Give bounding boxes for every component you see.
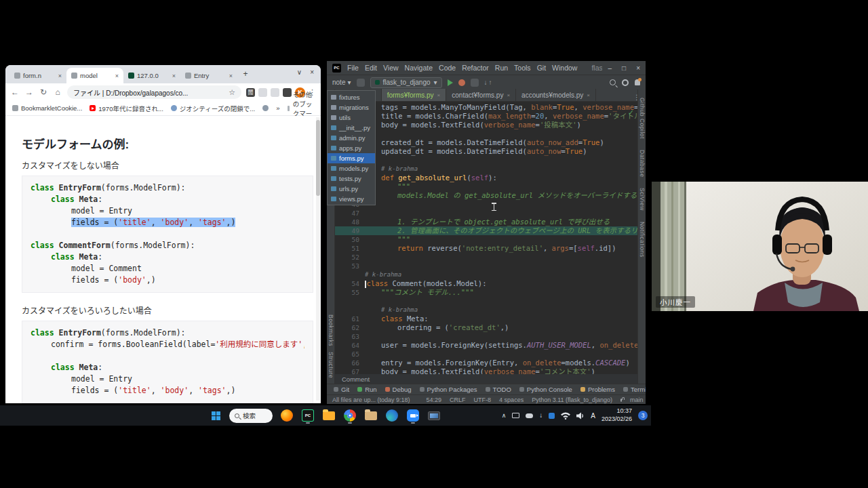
- run-config-select[interactable]: flask_to_django ▾: [370, 77, 442, 88]
- tab-close-icon[interactable]: ×: [115, 73, 119, 79]
- project-tree-item-models.py[interactable]: models.py: [328, 163, 375, 174]
- code-line[interactable]: 43def get_absolute_url(self):: [335, 174, 637, 182]
- taskbar-folder[interactable]: [363, 407, 378, 424]
- taskbar-search[interactable]: 検索: [229, 409, 273, 423]
- tab-close-icon[interactable]: ×: [437, 92, 441, 98]
- code-line[interactable]: 47: [335, 209, 637, 218]
- tray-app-icon[interactable]: [549, 413, 555, 419]
- tool-label-notifications[interactable]: Notifications: [639, 222, 646, 258]
- code-line[interactable]: # k-brahma: [335, 306, 637, 314]
- project-tree-item-urls.py[interactable]: urls.py: [328, 184, 375, 194]
- tool-tab-python-console[interactable]: Python Console: [519, 386, 572, 393]
- menu-run[interactable]: Run: [495, 64, 508, 72]
- browser-close-button[interactable]: ×: [310, 68, 314, 76]
- tool-label-copilot[interactable]: Github Copilot: [639, 98, 646, 139]
- code-line[interactable]: 62ordering = ('created_dt',): [335, 323, 637, 332]
- editor-tab-active[interactable]: forms¥forms.py ×: [382, 89, 447, 101]
- taskbar-chrome[interactable]: [342, 407, 357, 424]
- volume-icon[interactable]: [576, 412, 585, 420]
- file-encoding[interactable]: UTF-8: [474, 396, 492, 403]
- taskbar-clock[interactable]: 10:37 2023/02/26: [601, 407, 632, 423]
- taskbar-firefox[interactable]: [279, 407, 294, 424]
- code-line[interactable]: 41updated_dt = models.DateTimeField(auto…: [335, 147, 637, 156]
- code-line[interactable]: 44""": [335, 182, 637, 191]
- page-scrollbar[interactable]: [316, 117, 320, 401]
- inspection-ok-icon[interactable]: ✓: [628, 108, 634, 117]
- bookmarks-overflow-icon[interactable]: »: [276, 104, 279, 112]
- code-line[interactable]: 39: [335, 129, 637, 138]
- tab-close-icon[interactable]: ×: [58, 73, 62, 79]
- tray-display-icon[interactable]: [512, 413, 519, 418]
- menu-code[interactable]: Code: [439, 64, 456, 72]
- tab-close-icon[interactable]: ×: [507, 92, 510, 98]
- tool-tab-run[interactable]: Run: [357, 386, 376, 393]
- bookmark-item[interactable]: ジオシティーズの閉鎖で...: [171, 104, 255, 113]
- forward-icon[interactable]: →: [24, 87, 34, 97]
- tab-close-icon[interactable]: ×: [587, 92, 590, 98]
- menu-window[interactable]: Window: [552, 64, 577, 72]
- tool-tab-packages[interactable]: Python Packages: [420, 386, 477, 393]
- code-line[interactable]: 67body = models.TextField(verbose_name='…: [335, 367, 637, 374]
- git-sync-status[interactable]: All files are up... (today 9:18): [332, 396, 410, 403]
- project-tree-item-fixtures[interactable]: fixtures: [328, 92, 375, 102]
- tray-download-icon[interactable]: ↓: [539, 412, 542, 419]
- menu-navigate[interactable]: Navigate: [405, 64, 433, 72]
- search-everywhere-icon[interactable]: [610, 79, 616, 85]
- run-button[interactable]: [448, 79, 453, 86]
- project-tree-item-forms.py[interactable]: forms.py: [328, 153, 375, 163]
- menu-refactor[interactable]: Refactor: [462, 64, 489, 72]
- line-separator[interactable]: CRLF: [450, 396, 466, 403]
- code-line[interactable]: 61class Meta:: [335, 314, 637, 323]
- code-line[interactable]: 50""": [335, 235, 637, 244]
- home-icon[interactable]: ⌂: [53, 87, 62, 97]
- tool-tab-todo[interactable]: TODO: [486, 386, 511, 393]
- maximize-button[interactable]: □: [622, 64, 626, 72]
- code-line[interactable]: # k-brahma: [335, 165, 637, 174]
- project-tree-item-tests.py[interactable]: tests.py: [328, 174, 375, 184]
- code-line[interactable]: 481. テンプレートで object.get_absolute_url で呼び…: [335, 218, 637, 226]
- tab-search-chevron-icon[interactable]: ∨: [297, 68, 302, 76]
- menu-file[interactable]: File: [347, 64, 359, 72]
- project-tree-item-utils[interactable]: utils: [328, 113, 375, 123]
- minimize-button[interactable]: –: [608, 64, 612, 72]
- code-line[interactable]: 492. 管理画面に、そのオブジェクトのウェブページ上の URL を表示するリン…: [335, 226, 637, 235]
- tool-label-sciview[interactable]: SciView: [639, 188, 646, 211]
- code-line[interactable]: [335, 297, 637, 306]
- reload-icon[interactable]: ↻: [39, 87, 48, 97]
- git-branch[interactable]: main: [630, 396, 644, 403]
- bookmark-item[interactable]: [262, 105, 269, 111]
- project-tree-item-migrations[interactable]: migrations: [328, 102, 375, 113]
- bookmark-item[interactable]: 1970年代に録音され...: [90, 104, 163, 113]
- notification-badge[interactable]: 3: [638, 411, 648, 420]
- tool-label-database[interactable]: Database: [639, 150, 646, 177]
- tool-tab-debug[interactable]: Debug: [385, 386, 412, 393]
- menu-tools[interactable]: Tools: [514, 64, 531, 72]
- extension-puzzle-icon[interactable]: [271, 88, 279, 97]
- code-line[interactable]: 36tags = models.ManyToManyField(Tag, bla…: [335, 103, 637, 112]
- code-line[interactable]: 64user = models.ForeignKey(settings.AUTH…: [335, 341, 637, 350]
- project-tree-item-apps.py[interactable]: apps.py: [328, 143, 375, 153]
- menu-git[interactable]: Git: [537, 64, 546, 72]
- start-button[interactable]: [208, 407, 224, 424]
- editor-tab[interactable]: contact¥forms.py ×: [446, 89, 516, 101]
- new-tab-button[interactable]: +: [240, 69, 251, 81]
- notifications-bell-icon[interactable]: [635, 79, 640, 85]
- project-widget[interactable]: note ▾: [332, 79, 351, 86]
- git-update-icon[interactable]: ↓: [484, 79, 488, 86]
- extension-icon[interactable]: [258, 88, 267, 97]
- scrollbar-thumb[interactable]: [316, 120, 320, 196]
- git-push-icon[interactable]: ↑: [489, 79, 492, 86]
- code-line[interactable]: 54class Comment(models.Model):: [335, 279, 637, 288]
- menu-view[interactable]: View: [383, 64, 399, 72]
- tab-close-icon[interactable]: ×: [172, 73, 176, 79]
- browser-tab[interactable]: Entry ×: [180, 68, 237, 83]
- lock-icon[interactable]: [620, 399, 622, 402]
- code-line[interactable]: 52: [335, 253, 637, 262]
- close-button[interactable]: ×: [636, 64, 640, 72]
- code-line[interactable]: 53: [335, 262, 637, 270]
- project-tree-item-admin.py[interactable]: admin.py: [328, 133, 375, 143]
- editor-tab[interactable]: accounts¥models.py ×: [516, 89, 596, 101]
- profiler-icon[interactable]: [471, 79, 479, 87]
- browser-tab[interactable]: 127.0.0 ×: [123, 68, 180, 83]
- code-line[interactable]: 37title = models.CharField(max_length=20…: [335, 112, 637, 121]
